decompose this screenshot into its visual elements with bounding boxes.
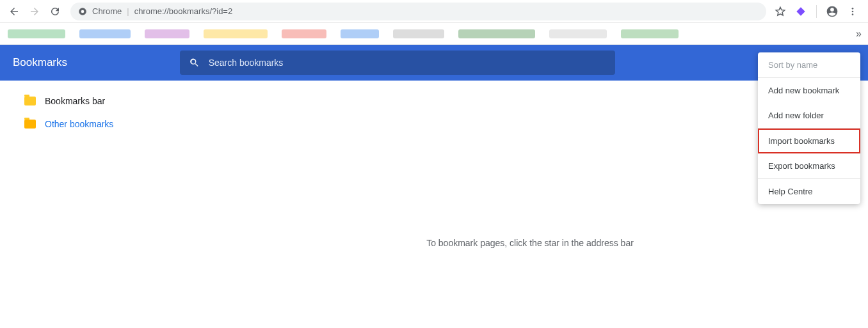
bookmark-chip[interactable] <box>282 29 326 38</box>
bookmark-chip[interactable] <box>204 29 268 38</box>
arrow-right-icon <box>29 6 40 17</box>
bookmark-chip[interactable] <box>549 29 607 38</box>
menu-add-new-folder[interactable]: Add new folder <box>758 103 860 128</box>
svg-point-2 <box>852 8 854 10</box>
folder-icon <box>24 120 36 129</box>
search-container[interactable] <box>180 51 615 75</box>
check-diamond-icon <box>796 6 806 17</box>
search-icon <box>189 57 200 68</box>
bookmarks-bar-strip: » <box>0 23 868 45</box>
profile-button[interactable] <box>824 4 840 19</box>
svg-point-1 <box>81 10 84 13</box>
bookmark-chip[interactable] <box>341 29 379 38</box>
menu-help-centre[interactable]: Help Centre <box>758 179 860 204</box>
chrome-icon <box>78 7 87 16</box>
svg-point-3 <box>852 10 854 12</box>
dots-vertical-icon <box>848 6 858 17</box>
sidebar-item-label: Bookmarks bar <box>45 96 105 106</box>
empty-state-message: To bookmark pages, click the star in the… <box>426 238 634 248</box>
bookmark-chip[interactable] <box>393 29 444 38</box>
bookmark-chip[interactable] <box>79 29 131 38</box>
chrome-menu-button[interactable] <box>845 4 860 19</box>
menu-import-bookmarks[interactable]: Import bookmarks <box>758 129 860 153</box>
back-button[interactable] <box>5 3 23 20</box>
search-input[interactable] <box>209 58 606 68</box>
menu-add-new-bookmark[interactable]: Add new bookmark <box>758 78 860 103</box>
address-bar[interactable]: Chrome | chrome://bookmarks/?id=2 <box>70 3 766 20</box>
extension-button[interactable] <box>793 4 808 19</box>
menu-export-bookmarks[interactable]: Export bookmarks <box>758 153 860 178</box>
address-scheme-label: Chrome <box>92 6 122 16</box>
reload-button[interactable] <box>46 3 64 20</box>
bookmarks-header: Bookmarks <box>0 45 868 81</box>
bookmark-chip[interactable] <box>145 29 189 38</box>
bookmarks-body: Bookmarks bar Other bookmarks To bookmar… <box>0 81 868 328</box>
folder-icon <box>24 97 36 105</box>
star-icon <box>775 6 786 17</box>
sidebar-item-label: Other bookmarks <box>45 119 113 129</box>
bookmarks-overflow-button[interactable]: » <box>856 28 862 40</box>
browser-toolbar: Chrome | chrome://bookmarks/?id=2 <box>0 0 868 23</box>
toolbar-right <box>773 4 863 19</box>
svg-point-4 <box>852 13 854 15</box>
arrow-left-icon <box>8 6 20 17</box>
menu-sort-by-name[interactable]: Sort by name <box>758 52 860 77</box>
star-button[interactable] <box>773 4 788 19</box>
reload-icon <box>49 6 61 17</box>
address-separator: | <box>127 6 129 16</box>
organize-menu: Sort by name Add new bookmark Add new fo… <box>758 52 860 204</box>
sidebar-item-bookmarks-bar[interactable]: Bookmarks bar <box>0 90 192 113</box>
bookmark-chip[interactable] <box>621 29 679 38</box>
account-circle-icon <box>826 5 839 18</box>
bookmarks-sidebar: Bookmarks bar Other bookmarks <box>0 81 192 328</box>
page-title: Bookmarks <box>13 56 67 69</box>
forward-button[interactable] <box>26 3 44 20</box>
bookmark-chip[interactable] <box>458 29 535 38</box>
sidebar-item-other-bookmarks[interactable]: Other bookmarks <box>0 113 192 136</box>
address-url: chrome://bookmarks/?id=2 <box>134 6 233 16</box>
toolbar-divider <box>816 5 817 18</box>
bookmark-chip[interactable] <box>8 29 65 38</box>
